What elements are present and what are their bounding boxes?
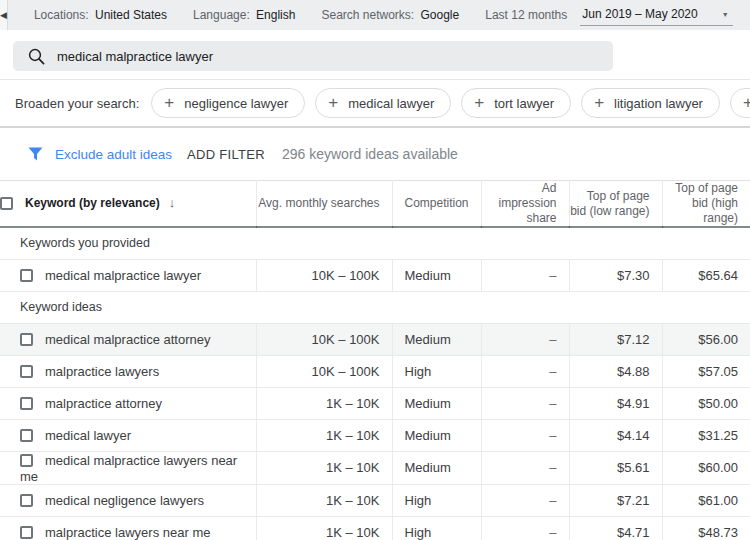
avg-searches-cell: 1K – 10K xyxy=(256,516,392,540)
keyword-cell: medical negligence lawyers xyxy=(45,493,204,508)
row-checkbox[interactable] xyxy=(20,269,33,282)
search-section: medical malpractice lawyer xyxy=(0,30,750,80)
ad-impression-share-cell: – xyxy=(481,323,569,355)
ad-impression-share-cell: – xyxy=(481,451,569,484)
top-bid-high-header[interactable]: Top of page bid (high range) xyxy=(662,181,750,228)
competition-cell: Medium xyxy=(392,419,481,451)
broaden-chip-professional-negligence-lawyer[interactable]: + professional negligence lawyer xyxy=(730,88,750,118)
top-bid-high-cell: $48.73 xyxy=(662,516,750,540)
table-header-row: Keyword (by relevance)↓ Avg. monthly sea… xyxy=(0,181,750,228)
ad-impression-share-cell: – xyxy=(481,387,569,419)
broaden-search-bar: Broaden your search: + negligence lawyer… xyxy=(0,80,750,128)
top-bid-low-cell: $4.88 xyxy=(569,355,662,387)
collapse-panel-button[interactable]: ◀ xyxy=(0,0,8,30)
chip-label: negligence lawyer xyxy=(184,96,288,111)
plus-icon: + xyxy=(474,93,484,113)
search-input[interactable]: medical malpractice lawyer xyxy=(13,41,613,71)
ad-impression-share-cell: – xyxy=(481,484,569,516)
date-range-dropdown[interactable]: Jun 2019 – May 2020 ▼ xyxy=(580,4,732,26)
top-bid-high-cell: $56.00 xyxy=(662,323,750,355)
broaden-chip-negligence-lawyer[interactable]: + negligence lawyer xyxy=(151,88,305,118)
table-row[interactable]: medical malpractice lawyer 10K – 100K Me… xyxy=(0,259,750,291)
section-title: Keyword ideas xyxy=(0,291,750,323)
table-row[interactable]: medical negligence lawyers 1K – 10K High… xyxy=(0,484,750,516)
table-row[interactable]: malpractice lawyers near me 1K – 10K Hig… xyxy=(0,516,750,540)
keyword-header-label: Keyword (by relevance) xyxy=(25,196,160,210)
keyword-cell: medical malpractice attorney xyxy=(45,332,210,347)
date-range-value: Jun 2019 – May 2020 xyxy=(582,7,697,21)
row-checkbox[interactable] xyxy=(20,454,33,467)
search-networks-label: Search networks: xyxy=(321,8,414,22)
section-header-keyword-ideas: Keyword ideas xyxy=(0,291,750,323)
avg-monthly-searches-header[interactable]: Avg. monthly searches xyxy=(256,181,392,228)
table-row[interactable]: medical malpractice attorney 10K – 100K … xyxy=(0,323,750,355)
ad-impression-share-cell: – xyxy=(481,419,569,451)
locations-label: Locations: xyxy=(34,8,89,22)
back-arrow-icon: ◀ xyxy=(0,10,7,20)
keyword-ideas-table: Keyword (by relevance)↓ Avg. monthly sea… xyxy=(0,180,750,540)
ad-impression-share-cell: – xyxy=(481,259,569,291)
search-icon xyxy=(28,48,45,65)
competition-cell: High xyxy=(392,516,481,540)
table-row[interactable]: malpractice lawyers 10K – 100K High – $4… xyxy=(0,355,750,387)
avg-searches-cell: 10K – 100K xyxy=(256,355,392,387)
top-bid-high-cell: $60.00 xyxy=(662,451,750,484)
competition-cell: Medium xyxy=(392,451,481,484)
settings-bar: ◀ Locations: United States Language: Eng… xyxy=(0,0,750,30)
chip-label: medical lawyer xyxy=(348,96,434,111)
row-checkbox[interactable] xyxy=(20,365,33,378)
table-row[interactable]: malpractice attorney 1K – 10K Medium – $… xyxy=(0,387,750,419)
keyword-cell: malpractice attorney xyxy=(45,396,162,411)
plus-icon: + xyxy=(164,93,174,113)
top-bid-low-cell: $7.21 xyxy=(569,484,662,516)
keyword-cell: medical lawyer xyxy=(45,428,131,443)
exclude-adult-ideas-link[interactable]: Exclude adult ideas xyxy=(55,147,172,162)
avg-searches-cell: 10K – 100K xyxy=(256,323,392,355)
language-value: English xyxy=(256,8,295,22)
row-checkbox[interactable] xyxy=(20,429,33,442)
top-bid-high-cell: $61.00 xyxy=(662,484,750,516)
avg-searches-cell: 1K – 10K xyxy=(256,451,392,484)
language-label: Language: xyxy=(193,8,250,22)
competition-cell: High xyxy=(392,355,481,387)
competition-header[interactable]: Competition xyxy=(392,181,481,228)
row-checkbox[interactable] xyxy=(20,526,33,539)
table-row[interactable]: medical malpractice lawyers near me 1K –… xyxy=(0,451,750,484)
keyword-cell: medical malpractice lawyers near me xyxy=(20,453,237,484)
competition-cell: Medium xyxy=(392,387,481,419)
dropdown-caret-icon: ▼ xyxy=(722,11,729,18)
top-bid-high-cell: $31.25 xyxy=(662,419,750,451)
avg-searches-cell: 1K – 10K xyxy=(256,387,392,419)
row-checkbox[interactable] xyxy=(20,397,33,410)
search-query: medical malpractice lawyer xyxy=(57,49,213,64)
search-networks-setting[interactable]: Search networks: Google xyxy=(321,8,459,22)
row-checkbox[interactable] xyxy=(20,494,33,507)
section-title: Keywords you provided xyxy=(0,227,750,259)
broaden-chip-tort-lawyer[interactable]: + tort lawyer xyxy=(461,88,571,118)
ad-impression-share-cell: – xyxy=(481,516,569,540)
add-filter-button[interactable]: ADD FILTER xyxy=(187,147,265,162)
top-bid-low-cell: $4.71 xyxy=(569,516,662,540)
keyword-ideas-count: 296 keyword ideas available xyxy=(282,146,458,162)
chip-label: tort lawyer xyxy=(494,96,554,111)
plus-icon: + xyxy=(328,93,338,113)
select-all-checkbox[interactable] xyxy=(0,197,13,210)
language-setting[interactable]: Language: English xyxy=(193,8,295,22)
row-checkbox[interactable] xyxy=(20,333,33,346)
top-bid-high-cell: $65.64 xyxy=(662,259,750,291)
competition-cell: Medium xyxy=(392,323,481,355)
table-row[interactable]: medical lawyer 1K – 10K Medium – $4.14 $… xyxy=(0,419,750,451)
filter-funnel-icon xyxy=(28,147,43,161)
keyword-cell: medical malpractice lawyer xyxy=(45,268,201,283)
keyword-column-header[interactable]: Keyword (by relevance)↓ xyxy=(0,181,256,228)
broaden-chip-medical-lawyer[interactable]: + medical lawyer xyxy=(315,88,451,118)
broaden-chip-litigation-lawyer[interactable]: + litigation lawyer xyxy=(581,88,720,118)
avg-searches-cell: 1K – 10K xyxy=(256,484,392,516)
keyword-cell: malpractice lawyers xyxy=(45,364,159,379)
top-bid-low-header[interactable]: Top of page bid (low range) xyxy=(569,181,662,228)
top-bid-low-cell: $5.61 xyxy=(569,451,662,484)
top-bid-low-cell: $4.14 xyxy=(569,419,662,451)
ad-impression-share-header[interactable]: Ad impression share xyxy=(481,181,569,228)
locations-setting[interactable]: Locations: United States xyxy=(34,8,167,22)
top-bid-low-cell: $4.91 xyxy=(569,387,662,419)
